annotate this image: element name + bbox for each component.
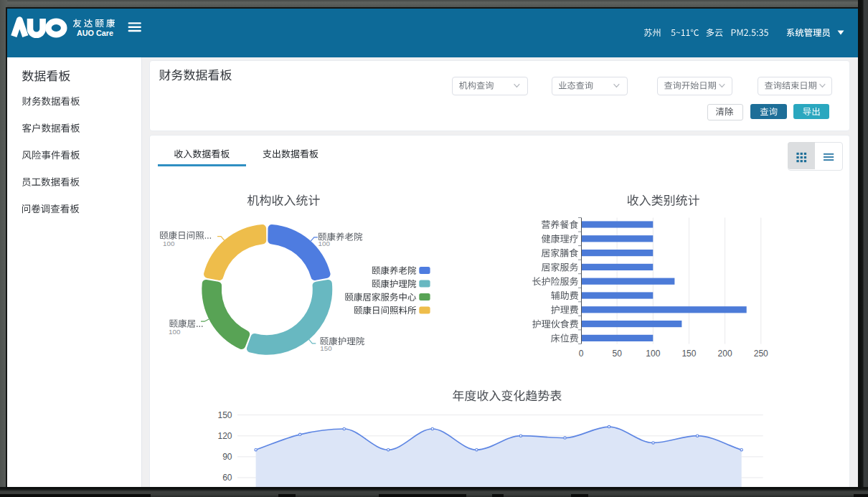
svg-text:0: 0 [579, 349, 584, 359]
svg-text:100: 100 [169, 328, 181, 336]
svg-text:200: 200 [718, 349, 732, 359]
svg-text:250: 250 [754, 349, 768, 359]
svg-text:100: 100 [319, 240, 331, 247]
svg-text:100: 100 [646, 349, 660, 359]
svg-text:120: 120 [217, 431, 232, 441]
svg-text:50: 50 [612, 349, 622, 359]
svg-text:100: 100 [163, 240, 175, 247]
svg-text:60: 60 [222, 473, 232, 483]
svg-text:150: 150 [681, 349, 696, 359]
svg-text:150: 150 [320, 344, 332, 352]
svg-text:AUO Care: AUO Care [77, 29, 113, 37]
svg-text:150: 150 [217, 410, 232, 420]
svg-text:90: 90 [222, 452, 232, 462]
